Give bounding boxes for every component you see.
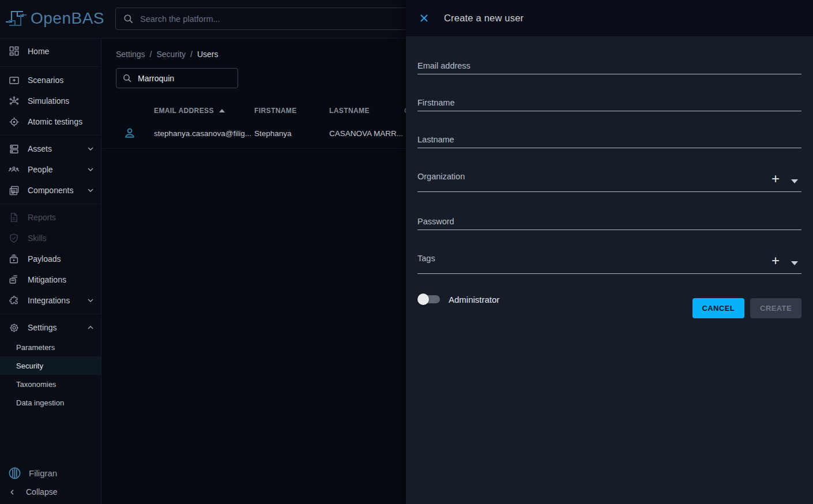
input-underline	[417, 74, 801, 74]
sidebar-item-label: Mitigations	[28, 275, 66, 284]
toggle-thumb	[417, 294, 429, 305]
search-icon	[123, 13, 134, 24]
create-button[interactable]: CREATE	[750, 298, 801, 318]
administrator-toggle-wrap: Administrator	[417, 294, 499, 305]
drawer-title: Create a new user	[444, 13, 524, 24]
breadcrumb-settings[interactable]: Settings	[116, 50, 145, 59]
administrator-toggle[interactable]	[417, 294, 441, 305]
breadcrumb-separator: /	[150, 50, 152, 59]
add-tag-button[interactable]: +	[771, 254, 780, 267]
openbas-app: OpenBAS Search the platform... Home	[0, 0, 813, 504]
sidebar-item-integrations[interactable]: Integrations	[0, 290, 101, 311]
document-icon	[8, 212, 20, 223]
add-organization-button[interactable]: +	[771, 172, 780, 185]
password-label: Password	[417, 216, 801, 227]
sidebar-item-label: Atomic testings	[28, 117, 82, 126]
openbas-logo[interactable]: OpenBAS	[5, 7, 104, 30]
firstname-field[interactable]: Firstname	[417, 97, 801, 111]
column-header-email[interactable]: EMAIL ADDRESS	[154, 107, 225, 115]
column-header-lastname[interactable]: LASTNAME	[329, 107, 370, 115]
filigran-logo-icon	[8, 467, 21, 480]
input-underline	[417, 148, 801, 148]
sidebar-item-label: Home	[28, 47, 49, 56]
target-icon	[8, 116, 20, 127]
sidebar-subitem-parameters[interactable]: Parameters	[0, 338, 101, 356]
sidebar-item-scenarios[interactable]: Scenarios	[0, 70, 101, 91]
password-field[interactable]: Password	[417, 216, 801, 230]
subscriptions-icon	[8, 253, 20, 265]
chevron-left-icon	[8, 488, 17, 497]
sidebar-divider	[0, 314, 101, 314]
sidebar-divider	[0, 135, 101, 136]
sidebar-item-skills: Skills	[0, 228, 101, 249]
sort-ascending-icon	[219, 109, 225, 112]
user-firstname-cell: Stephanya	[254, 129, 292, 138]
people-icon	[8, 164, 20, 175]
sidebar-item-label: Skills	[28, 234, 47, 243]
input-underline	[417, 230, 801, 230]
input-underline	[417, 273, 801, 274]
sidebar-item-label: Simulations	[28, 96, 69, 106]
sidebar-item-label: Integrations	[28, 296, 70, 305]
sidebar-item-label: Settings	[28, 323, 57, 332]
tags-label: Tags	[417, 253, 435, 264]
tags-field[interactable]: Tags +	[417, 253, 801, 274]
sidebar-subitem-security[interactable]: Security	[0, 356, 101, 375]
sidebar-item-label: People	[28, 165, 53, 174]
users-filter-value: Marroquin	[138, 74, 174, 83]
organization-field[interactable]: Organization +	[417, 171, 801, 192]
column-header-label: EMAIL ADDRESS	[154, 107, 214, 115]
sidebar-subitem-data-ingestion[interactable]: Data ingestion	[0, 393, 101, 412]
chevron-down-icon	[86, 165, 95, 174]
sidebar-item-mitigations[interactable]: Mitigations	[0, 269, 101, 290]
sidebar: Home Scenarios Simula	[0, 39, 101, 504]
column-header-firstname[interactable]: FIRSTNAME	[254, 107, 297, 115]
sidebar-subitem-label: Parameters	[16, 343, 55, 352]
lastname-label: Lastname	[417, 134, 801, 145]
organization-dropdown-arrow-icon[interactable]	[791, 179, 798, 183]
sidebar-item-atomic-testings[interactable]: Atomic testings	[0, 111, 101, 132]
breadcrumb-security[interactable]: Security	[156, 50, 186, 59]
users-filter-input[interactable]: Marroquin	[116, 68, 238, 88]
hub-icon	[8, 95, 20, 107]
sidebar-subitem-label: Data ingestion	[16, 398, 64, 407]
close-drawer-button[interactable]	[413, 7, 435, 29]
puzzle-icon	[8, 295, 20, 306]
sidebar-item-home[interactable]: Home	[0, 39, 101, 63]
user-lastname-cell: CASANOVA MARR...	[329, 129, 403, 138]
user-email-cell: stephanya.casanova@filig...	[154, 129, 251, 138]
email-address-field[interactable]: Email address	[417, 61, 801, 74]
chevron-up-icon	[86, 323, 95, 332]
platform-search-input[interactable]: Search the platform...	[115, 7, 427, 30]
sidebar-divider	[0, 66, 101, 67]
dynamic-feed-icon	[8, 274, 20, 285]
chevron-down-icon	[86, 186, 95, 195]
chevron-down-icon	[86, 296, 95, 305]
filigran-link[interactable]: Filigran	[0, 462, 101, 483]
gear-icon	[8, 322, 20, 333]
sidebar-item-simulations[interactable]: Simulations	[0, 91, 101, 111]
sidebar-item-payloads[interactable]: Payloads	[0, 249, 101, 269]
newspaper-icon	[8, 185, 20, 196]
sidebar-item-assets[interactable]: Assets	[0, 138, 101, 159]
collapse-sidebar-button[interactable]: Collapse	[0, 483, 101, 501]
sidebar-subitem-taxonomies[interactable]: Taxonomies	[0, 375, 101, 393]
cancel-button[interactable]: CANCEL	[692, 298, 745, 318]
platform-search-placeholder: Search the platform...	[140, 14, 220, 24]
drawer-actions: CANCEL CREATE	[692, 298, 801, 318]
brand-name: OpenBAS	[31, 9, 104, 28]
sidebar-item-label: Components	[28, 186, 73, 195]
tags-dropdown-arrow-icon[interactable]	[791, 261, 798, 265]
main-content: Settings / Security / Users Marroquin EM…	[102, 39, 406, 504]
lastname-field[interactable]: Lastname	[417, 134, 801, 148]
user-table-row[interactable]: stephanya.casanova@filig... Stephanya CA…	[102, 119, 406, 149]
sidebar-item-components[interactable]: Components	[0, 180, 101, 201]
sidebar-item-people[interactable]: People	[0, 159, 101, 180]
drawer-body: Email address Firstname Lastname Organiz…	[406, 61, 813, 318]
person-icon	[123, 126, 137, 140]
openbas-logo-icon	[5, 7, 28, 30]
administrator-label: Administrator	[449, 295, 499, 304]
sidebar-item-settings[interactable]: Settings	[0, 317, 101, 338]
filigran-label: Filigran	[29, 468, 57, 478]
sidebar-subitem-label: Taxonomies	[16, 380, 56, 389]
